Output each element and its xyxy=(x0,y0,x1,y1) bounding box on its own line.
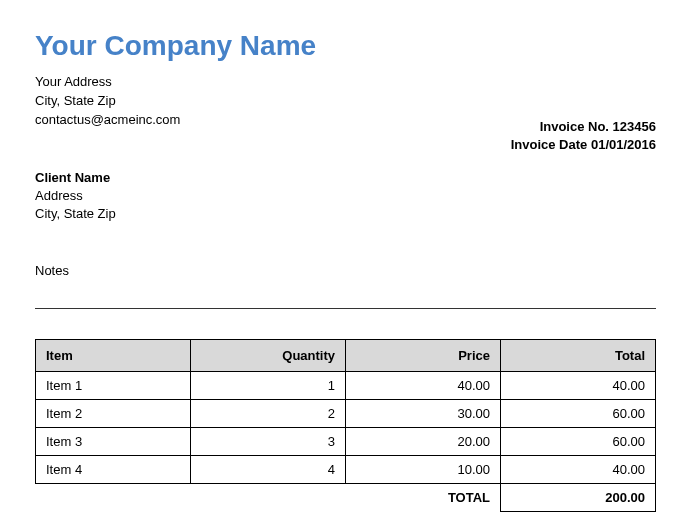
company-address-line1: Your Address xyxy=(35,74,656,91)
total-value: 200.00 xyxy=(501,484,656,512)
invoice-date-value: 01/01/2016 xyxy=(591,137,656,152)
cell-item: Item 3 xyxy=(36,428,191,456)
header-item: Item xyxy=(36,340,191,372)
invoice-header: Your Company Name Your Address City, Sta… xyxy=(35,30,656,129)
cell-total: 60.00 xyxy=(501,428,656,456)
cell-price: 30.00 xyxy=(346,400,501,428)
cell-total: 60.00 xyxy=(501,400,656,428)
cell-quantity: 4 xyxy=(191,456,346,484)
cell-price: 20.00 xyxy=(346,428,501,456)
invoice-number-row: Invoice No. 123456 xyxy=(511,118,656,136)
invoice-number-value: 123456 xyxy=(613,119,656,134)
cell-item: Item 1 xyxy=(36,372,191,400)
cell-price: 10.00 xyxy=(346,456,501,484)
table-total-row: TOTAL 200.00 xyxy=(36,484,656,512)
header-quantity: Quantity xyxy=(191,340,346,372)
invoice-number-label: Invoice No. xyxy=(540,119,609,134)
company-name: Your Company Name xyxy=(35,30,656,62)
notes-label: Notes xyxy=(35,263,656,278)
table-row: Item 3 3 20.00 60.00 xyxy=(36,428,656,456)
table-header-row: Item Quantity Price Total xyxy=(36,340,656,372)
section-divider xyxy=(35,308,656,309)
company-address-line2: City, State Zip xyxy=(35,93,656,110)
cell-quantity: 3 xyxy=(191,428,346,456)
client-address-line2: City, State Zip xyxy=(35,205,656,223)
header-total: Total xyxy=(501,340,656,372)
invoice-meta: Invoice No. 123456 Invoice Date 01/01/20… xyxy=(511,118,656,154)
cell-total: 40.00 xyxy=(501,372,656,400)
total-label: TOTAL xyxy=(36,484,501,512)
client-name: Client Name xyxy=(35,169,656,187)
header-price: Price xyxy=(346,340,501,372)
invoice-table: Item Quantity Price Total Item 1 1 40.00… xyxy=(35,339,656,512)
cell-price: 40.00 xyxy=(346,372,501,400)
invoice-date-label: Invoice Date xyxy=(511,137,588,152)
client-block: Client Name Address City, State Zip xyxy=(35,169,656,224)
cell-quantity: 2 xyxy=(191,400,346,428)
client-address-line1: Address xyxy=(35,187,656,205)
table-row: Item 2 2 30.00 60.00 xyxy=(36,400,656,428)
cell-total: 40.00 xyxy=(501,456,656,484)
cell-quantity: 1 xyxy=(191,372,346,400)
table-row: Item 4 4 10.00 40.00 xyxy=(36,456,656,484)
cell-item: Item 2 xyxy=(36,400,191,428)
invoice-date-row: Invoice Date 01/01/2016 xyxy=(511,136,656,154)
cell-item: Item 4 xyxy=(36,456,191,484)
table-row: Item 1 1 40.00 40.00 xyxy=(36,372,656,400)
